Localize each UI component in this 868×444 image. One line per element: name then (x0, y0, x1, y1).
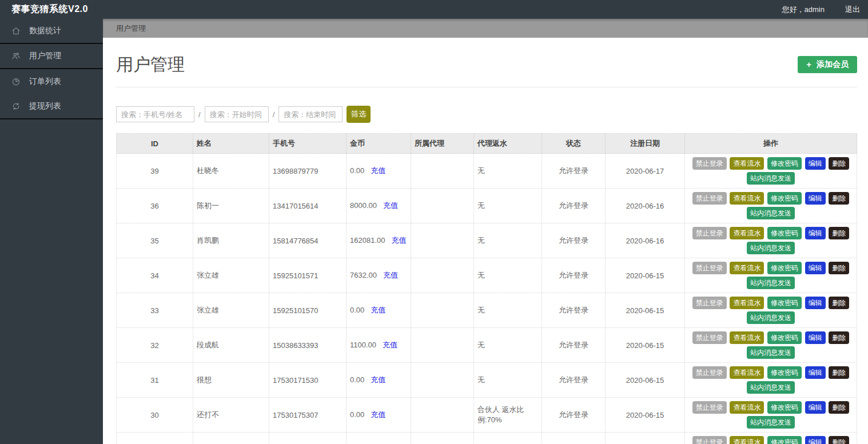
send-message-button[interactable]: 站内消息发送 (747, 172, 795, 185)
sidebar-item-users[interactable]: 用户管理 (0, 44, 103, 69)
app-title: 赛事竞猜系统V2.0 (0, 3, 88, 15)
agent-rebate: 无 (474, 433, 542, 444)
search-separator: / (198, 110, 201, 119)
user-agent (411, 433, 474, 444)
actions-cell: 禁止登录 查看流水 修改密码 编辑 删除 站内消息发送 (685, 398, 857, 433)
table-row: 34 张立雄 15925101571 7632.00充值 无 允许登录 2020… (117, 258, 857, 293)
view-flow-button[interactable]: 查看流水 (730, 157, 764, 170)
recharge-link[interactable]: 充值 (371, 375, 385, 384)
change-password-button[interactable]: 修改密码 (767, 366, 802, 379)
delete-button[interactable]: 删除 (829, 401, 849, 414)
delete-button[interactable]: 删除 (829, 227, 849, 239)
user-phone: 15925101570 (269, 293, 347, 328)
search-name-input[interactable] (116, 106, 194, 122)
view-flow-button[interactable]: 查看流水 (730, 297, 764, 309)
page-title: 用户管理 (116, 54, 185, 74)
delete-button[interactable]: 删除 (829, 262, 849, 274)
delete-button[interactable]: 删除 (829, 331, 849, 344)
recharge-link[interactable]: 充值 (371, 166, 385, 175)
send-message-button[interactable]: 站内消息发送 (747, 242, 795, 254)
user-coins-cell: 8000.00充值 (347, 189, 411, 223)
recharge-link[interactable]: 充值 (383, 201, 398, 210)
user-status: 允许登录 (542, 258, 606, 293)
delete-button[interactable]: 删除 (829, 157, 849, 170)
edit-button[interactable]: 编辑 (805, 331, 826, 344)
forbid-login-button[interactable]: 禁止登录 (692, 401, 727, 414)
delete-button[interactable]: 删除 (829, 297, 849, 309)
forbid-login-button[interactable]: 禁止登录 (692, 436, 727, 444)
add-member-button[interactable]: + 添加会员 (798, 56, 857, 73)
change-password-button[interactable]: 修改密码 (767, 192, 802, 205)
delete-button[interactable]: 删除 (829, 436, 849, 444)
send-message-button[interactable]: 站内消息发送 (747, 416, 795, 429)
forbid-login-button[interactable]: 禁止登录 (692, 366, 727, 379)
sidebar-item-orders[interactable]: 订单列表 (0, 69, 103, 94)
refresh-icon (11, 102, 21, 111)
change-password-button[interactable]: 修改密码 (767, 227, 802, 239)
edit-button[interactable]: 编辑 (805, 157, 826, 170)
change-password-button[interactable]: 修改密码 (767, 262, 802, 274)
view-flow-button[interactable]: 查看流水 (730, 262, 764, 274)
change-password-button[interactable]: 修改密码 (767, 331, 802, 344)
forbid-login-button[interactable]: 禁止登录 (692, 297, 727, 309)
view-flow-button[interactable]: 查看流水 (730, 192, 764, 205)
coin-balance: 0.00 (350, 375, 364, 384)
forbid-login-button[interactable]: 禁止登录 (692, 192, 727, 205)
edit-button[interactable]: 编辑 (805, 366, 826, 379)
user-agent (411, 258, 474, 293)
change-password-button[interactable]: 修改密码 (767, 157, 802, 170)
edit-button[interactable]: 编辑 (805, 401, 826, 414)
send-message-button[interactable]: 站内消息发送 (747, 311, 795, 324)
change-password-button[interactable]: 修改密码 (767, 436, 802, 444)
change-password-button[interactable]: 修改密码 (767, 401, 802, 414)
user-name: 肖凯鹏 (193, 223, 269, 258)
recharge-link[interactable]: 充值 (383, 271, 398, 279)
sidebar-item-label: 数据统计 (29, 26, 61, 36)
edit-button[interactable]: 编辑 (805, 262, 826, 274)
recharge-link[interactable]: 充值 (383, 341, 397, 349)
user-status: 允许登录 (542, 328, 606, 363)
search-start-time-input[interactable] (205, 106, 269, 122)
user-name: 杜晓冬 (193, 154, 269, 189)
view-flow-button[interactable]: 查看流水 (730, 436, 764, 444)
search-end-time-input[interactable] (278, 106, 343, 122)
register-date: 2020-06-17 (606, 154, 685, 189)
view-flow-button[interactable]: 查看流水 (730, 331, 764, 344)
forbid-login-button[interactable]: 禁止登录 (692, 331, 727, 344)
send-message-button[interactable]: 站内消息发送 (747, 381, 795, 394)
forbid-login-button[interactable]: 禁止登录 (692, 157, 727, 170)
user-status: 允许登录 (542, 398, 606, 433)
change-password-button[interactable]: 修改密码 (767, 297, 802, 309)
delete-button[interactable]: 删除 (829, 366, 849, 379)
delete-button[interactable]: 删除 (829, 192, 849, 205)
view-flow-button[interactable]: 查看流水 (730, 401, 764, 414)
send-message-button[interactable]: 站内消息发送 (747, 346, 795, 359)
pie-chart-icon (11, 77, 21, 86)
recharge-link[interactable]: 充值 (371, 410, 385, 419)
view-flow-button[interactable]: 查看流水 (730, 366, 764, 379)
register-date: 2020-06-16 (606, 223, 685, 258)
logout-link[interactable]: 退出 (845, 5, 860, 15)
edit-button[interactable]: 编辑 (805, 227, 826, 239)
recharge-link[interactable]: 充值 (371, 306, 385, 314)
send-message-button[interactable]: 站内消息发送 (747, 277, 795, 289)
home-icon (11, 26, 21, 35)
edit-button[interactable]: 编辑 (805, 297, 826, 309)
user-status: 允许登录 (542, 363, 606, 398)
send-message-button[interactable]: 站内消息发送 (747, 207, 795, 219)
filter-button[interactable]: 筛选 (347, 106, 371, 123)
sidebar-item-label: 用户管理 (29, 51, 61, 61)
forbid-login-button[interactable]: 禁止登录 (692, 227, 727, 239)
sidebar-item-statistics[interactable]: 数据统计 (0, 19, 103, 44)
col-header-agent: 所属代理 (411, 134, 474, 154)
user-phone: 17530175307 (269, 398, 347, 433)
sidebar-item-withdrawals[interactable]: 提现列表 (0, 94, 103, 119)
users-icon (11, 51, 21, 61)
forbid-login-button[interactable]: 禁止登录 (692, 262, 727, 274)
recharge-link[interactable]: 充值 (391, 236, 406, 245)
user-id: 31 (117, 363, 193, 398)
edit-button[interactable]: 编辑 (805, 436, 826, 444)
actions-cell: 禁止登录 查看流水 修改密码 编辑 删除 站内消息发送 (685, 223, 857, 258)
edit-button[interactable]: 编辑 (805, 192, 826, 205)
view-flow-button[interactable]: 查看流水 (730, 227, 764, 239)
